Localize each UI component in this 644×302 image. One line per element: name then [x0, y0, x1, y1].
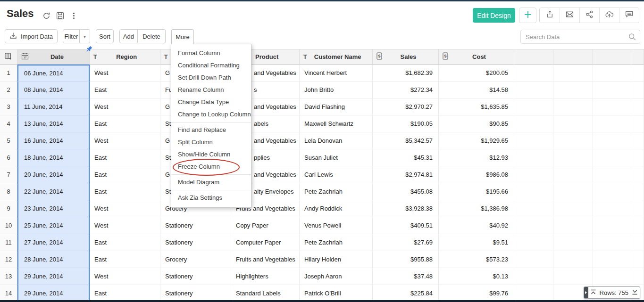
cell-region[interactable]: East: [90, 251, 160, 268]
cell-category[interactable]: Grocery: [160, 251, 231, 268]
cell-category[interactable]: Stationery: [160, 268, 231, 285]
cell-cost[interactable]: $0.13: [439, 268, 514, 285]
cell-product[interactable]: Highlighters: [231, 268, 300, 285]
menu-item-find-and-replace[interactable]: Find and Replace: [171, 124, 251, 136]
cell-region[interactable]: East: [90, 183, 160, 200]
cell-region[interactable]: East: [90, 285, 160, 302]
cell-region[interactable]: East: [90, 149, 160, 166]
cell-cost[interactable]: $14.58: [439, 82, 514, 98]
plus-button[interactable]: [519, 8, 536, 23]
scroll-bottom-button[interactable]: [629, 286, 640, 299]
row-number[interactable]: 8: [0, 183, 17, 200]
cell-region[interactable]: West: [90, 132, 160, 149]
row-number[interactable]: 5: [0, 132, 17, 149]
menu-item-show-hide-column[interactable]: Show/Hide Column: [171, 148, 251, 161]
more-button[interactable]: More: [171, 29, 194, 44]
sort-button[interactable]: Sort: [96, 29, 114, 43]
cell-date[interactable]: 16 June, 2014: [17, 132, 90, 149]
more-options-icon[interactable]: [69, 11, 78, 20]
cell-customer[interactable]: John Britto: [300, 82, 373, 98]
row-number[interactable]: 1: [0, 65, 17, 82]
row-number[interactable]: 3: [0, 98, 17, 115]
cell-customer[interactable]: Carl Lewis: [300, 166, 373, 183]
cell-date[interactable]: 29 June, 2014: [17, 268, 90, 285]
cell-date[interactable]: 23 June, 2014: [17, 200, 90, 217]
cell-cost[interactable]: $90.85: [439, 115, 514, 132]
cell-customer[interactable]: Joseph Aaron: [300, 268, 373, 285]
cell-sales[interactable]: $5,342.57: [373, 132, 439, 149]
cell-category[interactable]: Stationery: [160, 285, 231, 302]
menu-item-split-column[interactable]: Split Column: [171, 136, 251, 148]
menu-item-set-drill-down-path[interactable]: Set Drill Down Path: [171, 72, 251, 84]
cell-cost[interactable]: $1,929.65: [439, 132, 514, 149]
edit-design-button[interactable]: Edit Design: [473, 8, 515, 23]
cell-customer[interactable]: Andy Roddick: [300, 200, 373, 217]
cell-cost[interactable]: $986.08: [439, 166, 514, 183]
comment-button[interactable]: [619, 8, 639, 23]
scroll-top-button[interactable]: [588, 286, 599, 299]
column-header-sales[interactable]: $Sales: [373, 49, 439, 65]
filter-caret-button[interactable]: ▾: [80, 29, 90, 43]
row-number[interactable]: 7: [0, 166, 17, 183]
column-header-customer[interactable]: TCustomer Name: [300, 49, 373, 65]
menu-item-change-to-lookup-column[interactable]: Change to Lookup Column: [171, 108, 251, 121]
row-number[interactable]: 4: [0, 115, 17, 132]
cell-product[interactable]: Standard Labels: [231, 285, 300, 302]
row-number[interactable]: 2: [0, 82, 17, 98]
search-input[interactable]: [520, 30, 640, 44]
column-header-date[interactable]: 17Date: [17, 49, 90, 65]
cell-region[interactable]: West: [90, 217, 160, 234]
row-number[interactable]: 9: [0, 200, 17, 217]
menu-item-change-data-type[interactable]: Change Data Type: [171, 96, 251, 108]
cell-sales[interactable]: $45.31: [373, 149, 439, 166]
row-number[interactable]: 10: [0, 217, 17, 234]
menu-item-model-diagram[interactable]: Model Diagram: [171, 176, 251, 188]
cell-product[interactable]: Fruits and Vegetables: [231, 251, 300, 268]
delete-button[interactable]: Delete: [138, 29, 166, 43]
cell-cost[interactable]: $1,386.98: [439, 200, 514, 217]
cell-date[interactable]: 27 June, 2014: [17, 234, 90, 251]
column-header-e4[interactable]: [631, 49, 644, 65]
add-button[interactable]: Add: [119, 29, 138, 43]
column-header-region[interactable]: TRegion: [90, 49, 160, 65]
cell-date[interactable]: 11 June, 2014: [17, 98, 90, 115]
cell-customer[interactable]: Susan Juliet: [300, 149, 373, 166]
cell-product[interactable]: Copy Paper: [231, 217, 300, 234]
column-header-num[interactable]: [0, 49, 17, 65]
cell-customer[interactable]: Vincent Herbert: [300, 65, 373, 82]
cell-region[interactable]: East: [90, 166, 160, 183]
cell-sales[interactable]: $225.84: [373, 285, 439, 302]
cell-date[interactable]: 20 June, 2014: [17, 166, 90, 183]
cell-customer[interactable]: Pete Zachriah: [300, 234, 373, 251]
cell-date[interactable]: 06 June, 2014: [17, 65, 90, 82]
import-data-button[interactable]: Import Data: [5, 29, 58, 43]
column-header-e1[interactable]: [514, 49, 553, 65]
row-number[interactable]: 6: [0, 149, 17, 166]
cell-cost[interactable]: $1,635.85: [439, 98, 514, 115]
cell-date[interactable]: 08 June, 2014: [17, 82, 90, 98]
cell-date[interactable]: 22 June, 2014: [17, 183, 90, 200]
cell-category[interactable]: Stationery: [160, 234, 231, 251]
column-header-cost[interactable]: $Cost: [439, 49, 514, 65]
cell-cost[interactable]: $195.66: [439, 183, 514, 200]
menu-item-rename-column[interactable]: Rename Column: [171, 84, 251, 96]
cell-date[interactable]: 25 June, 2014: [17, 217, 90, 234]
cell-sales[interactable]: $190.05: [373, 115, 439, 132]
cell-date[interactable]: 13 June, 2014: [17, 115, 90, 132]
cell-sales[interactable]: $455.08: [373, 183, 439, 200]
refresh-icon[interactable]: [42, 11, 51, 20]
cell-sales[interactable]: $2,970.27: [373, 98, 439, 115]
cell-region[interactable]: West: [90, 268, 160, 285]
cell-sales[interactable]: $1,682.39: [373, 65, 439, 82]
cell-sales[interactable]: $2,974.81: [373, 166, 439, 183]
cell-date[interactable]: 18 June, 2014: [17, 149, 90, 166]
cell-date[interactable]: 28 June, 2014: [17, 251, 90, 268]
save-icon[interactable]: [55, 11, 65, 20]
row-number[interactable]: 11: [0, 234, 17, 251]
collapse-handle[interactable]: [584, 286, 588, 299]
cell-region[interactable]: East: [90, 234, 160, 251]
cell-customer[interactable]: Venus Powell: [300, 217, 373, 234]
cell-region[interactable]: West: [90, 200, 160, 217]
cell-customer[interactable]: Patrick O'Brill: [300, 285, 373, 302]
cell-sales[interactable]: $37.48: [373, 268, 439, 285]
